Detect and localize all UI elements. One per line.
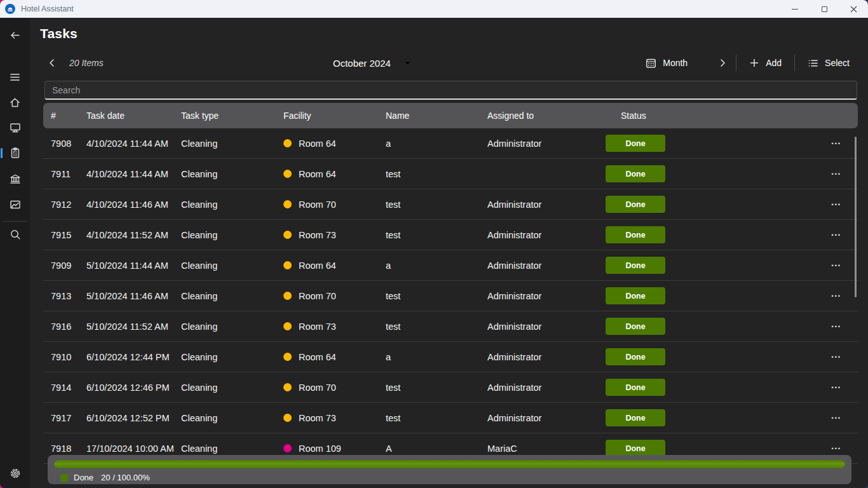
maximize-button[interactable] xyxy=(810,0,839,18)
task-id: 7915 xyxy=(51,230,86,240)
facility-color-dot xyxy=(283,231,292,239)
search-input[interactable] xyxy=(45,85,857,95)
status-badge[interactable]: Done xyxy=(606,348,665,365)
row-more-button[interactable]: ••• xyxy=(832,262,841,269)
row-more-button[interactable]: ••• xyxy=(832,384,841,391)
home-icon xyxy=(9,97,21,109)
table-row[interactable]: 7917 6/10/2024 12:52 PM Cleaning Room 73… xyxy=(43,403,858,433)
period-selector[interactable]: October 2024 xyxy=(333,54,412,72)
task-name: a xyxy=(386,352,487,362)
row-more-button[interactable]: ••• xyxy=(832,171,841,177)
row-more-button[interactable]: ••• xyxy=(832,323,841,330)
row-more-button[interactable]: ••• xyxy=(832,232,841,238)
select-button[interactable]: Select xyxy=(800,53,857,72)
hamburger-icon xyxy=(9,71,21,83)
titlebar: Hotel Assistant xyxy=(0,0,868,18)
column-header-number: # xyxy=(51,111,86,121)
task-name: test xyxy=(386,413,487,423)
sidebar-item-settings[interactable] xyxy=(0,463,30,484)
sidebar-item-facilities[interactable] xyxy=(0,168,30,190)
status-badge[interactable]: Done xyxy=(606,196,665,213)
sidebar-item-reports[interactable] xyxy=(0,194,30,215)
task-type: Cleaning xyxy=(181,352,283,362)
menu-button[interactable] xyxy=(0,66,30,88)
month-view-button[interactable]: Month xyxy=(638,53,695,72)
task-facility: Room 70 xyxy=(283,200,386,210)
table-row[interactable]: 7909 5/10/2024 11:44 AM Cleaning Room 64… xyxy=(43,250,858,281)
status-badge[interactable]: Done xyxy=(606,135,665,152)
row-more-button[interactable]: ••• xyxy=(832,293,841,299)
status-badge[interactable]: Done xyxy=(606,409,665,426)
task-id: 7914 xyxy=(51,383,86,393)
table-row[interactable]: 7913 5/10/2024 11:46 AM Cleaning Room 70… xyxy=(43,281,858,311)
task-assigned: Administrator xyxy=(487,383,606,393)
column-header-facility: Facility xyxy=(283,111,386,121)
status-badge[interactable]: Done xyxy=(606,318,665,335)
facility-color-dot xyxy=(283,383,292,391)
status-badge[interactable]: Done xyxy=(606,165,665,182)
nav-back-button[interactable] xyxy=(0,24,30,46)
task-type: Cleaning xyxy=(181,444,283,454)
facility-color-dot xyxy=(283,414,292,422)
toolbar: Month Add Select xyxy=(638,53,857,72)
summary-overlay: Done 20 / 100.00% xyxy=(48,455,851,484)
previous-page-button[interactable] xyxy=(44,55,60,71)
vertical-scrollbar[interactable] xyxy=(855,137,857,297)
task-type: Cleaning xyxy=(181,200,283,210)
table-row[interactable]: 7908 4/10/2024 11:44 AM Cleaning Room 64… xyxy=(43,128,858,159)
app-title: Hotel Assistant xyxy=(21,4,74,13)
table-row[interactable]: 7915 4/10/2024 11:52 AM Cleaning Room 73… xyxy=(43,220,858,250)
sidebar-item-search[interactable] xyxy=(0,224,30,245)
task-assigned: Administrator xyxy=(487,352,606,362)
table-row[interactable]: 7910 6/10/2024 12:44 PM Cleaning Room 64… xyxy=(43,342,858,372)
row-more-button[interactable]: ••• xyxy=(832,415,841,421)
row-more-button[interactable]: ••• xyxy=(832,201,841,208)
status-badge[interactable]: Done xyxy=(606,226,665,243)
facility-color-dot xyxy=(283,444,292,452)
task-name: test xyxy=(386,200,487,210)
status-badge[interactable]: Done xyxy=(606,287,665,304)
task-date: 6/10/2024 12:44 PM xyxy=(86,352,181,362)
task-facility: Room 70 xyxy=(283,383,386,393)
close-button[interactable] xyxy=(839,0,868,18)
task-name: test xyxy=(386,230,487,240)
task-type: Cleaning xyxy=(181,322,283,332)
minimize-button[interactable] xyxy=(780,0,810,18)
status-badge[interactable]: Done xyxy=(606,379,665,396)
task-id: 7909 xyxy=(51,261,86,271)
sidebar xyxy=(0,18,30,488)
clipboard-icon xyxy=(9,147,22,159)
task-id: 7911 xyxy=(51,169,86,179)
row-more-button[interactable]: ••• xyxy=(832,140,841,147)
bank-icon xyxy=(9,173,22,186)
task-type: Cleaning xyxy=(181,291,283,301)
facility-color-dot xyxy=(283,353,292,361)
task-assigned: Administrator xyxy=(487,322,606,332)
table-row[interactable]: 7916 5/10/2024 11:52 AM Cleaning Room 73… xyxy=(43,311,858,342)
add-button[interactable]: Add xyxy=(742,53,789,72)
task-facility: Room 64 xyxy=(283,352,386,362)
status-badge[interactable]: Done xyxy=(606,440,665,457)
items-count: 20 Items xyxy=(69,58,104,68)
table-row[interactable]: 7912 4/10/2024 11:46 AM Cleaning Room 70… xyxy=(43,189,858,220)
task-id: 7912 xyxy=(51,200,86,210)
next-period-button[interactable] xyxy=(714,55,731,71)
column-header-type: Task type xyxy=(181,111,283,121)
table-row[interactable]: 7914 6/10/2024 12:46 PM Cleaning Room 70… xyxy=(43,372,858,403)
row-more-button[interactable]: ••• xyxy=(832,354,841,360)
table-row[interactable]: 7911 4/10/2024 11:44 AM Cleaning Room 64… xyxy=(43,159,858,189)
sidebar-item-home[interactable] xyxy=(0,92,30,113)
task-id: 7918 xyxy=(51,444,86,454)
sidebar-item-tasks[interactable] xyxy=(0,142,30,164)
task-date: 4/10/2024 11:52 AM xyxy=(86,230,181,240)
task-name: A xyxy=(386,444,487,454)
search-icon xyxy=(9,228,22,241)
chevron-down-icon xyxy=(403,58,412,68)
status-badge[interactable]: Done xyxy=(606,257,665,274)
row-more-button[interactable]: ••• xyxy=(832,445,841,452)
plus-icon xyxy=(749,58,759,68)
task-date: 17/10/2024 10:00 AM xyxy=(86,444,181,454)
task-assigned: Administrator xyxy=(487,291,606,301)
sidebar-item-front-desk[interactable] xyxy=(0,117,30,139)
task-facility: Room 64 xyxy=(283,261,386,271)
